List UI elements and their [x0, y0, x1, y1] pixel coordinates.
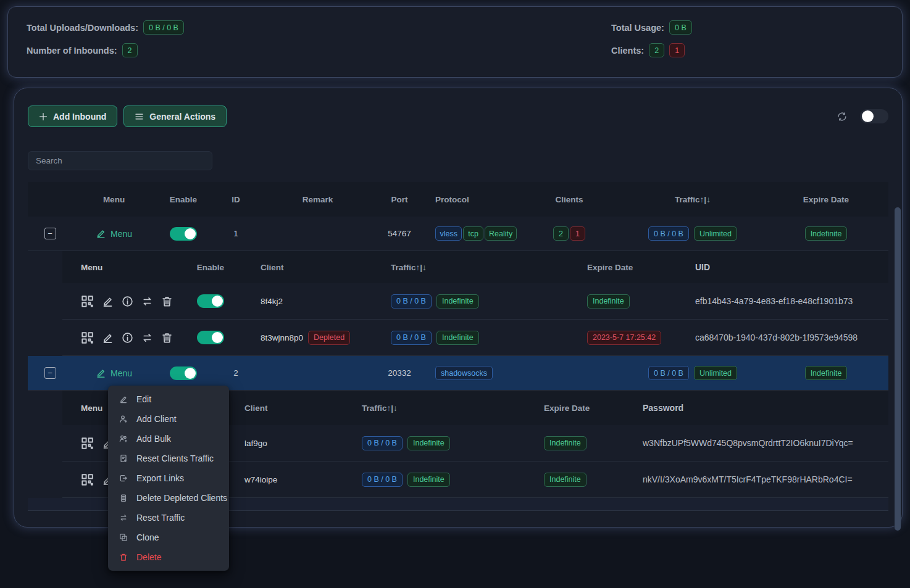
stats-panel: Total Uploads/Downloads: 0 B / 0 B Numbe…	[7, 6, 903, 78]
menu-item-delete[interactable]: Delete	[108, 547, 229, 567]
clients-active-count: 2	[649, 43, 664, 57]
sub-header-password: Password	[637, 403, 888, 413]
clients-active-badge: 2	[553, 226, 569, 241]
theme-toggle-knob	[862, 110, 874, 122]
theme-toggle[interactable]	[860, 109, 888, 123]
clients-depleted-count: 1	[669, 43, 685, 57]
inbound-id: 2	[211, 368, 261, 378]
collapse-row-button[interactable]: −	[44, 367, 56, 379]
menu-item-clone[interactable]: Clone	[108, 528, 229, 547]
inbound-enable-toggle[interactable]	[170, 227, 197, 241]
header-expire-date[interactable]: Expire Date	[764, 195, 888, 204]
inbound-menu-label: Menu	[111, 368, 132, 378]
hamburger-icon	[135, 112, 144, 121]
menu-item-label: Add Client	[136, 414, 177, 424]
client-name: w74ioipe	[244, 475, 277, 484]
edit-client-icon[interactable]	[102, 332, 114, 344]
plus-icon	[39, 112, 48, 121]
client-password: w3NfbzUPf5WWd745Q8pvsmQrdrttT2IO6knuI7Di…	[637, 438, 888, 448]
reset-client-traffic-icon[interactable]	[141, 332, 153, 344]
protocol-badge: shadowsocks	[435, 366, 493, 380]
header-protocol: Protocol	[424, 195, 517, 204]
inbound-context-menu: Edit Add Client Add Bulk Reset Clients T…	[108, 386, 229, 571]
sub-header-expire[interactable]: Expire Date	[532, 404, 637, 413]
sub-header-traffic[interactable]: Traffic↑|↓	[353, 404, 532, 413]
menu-item-reset-clients-traffic[interactable]: Reset Clients Traffic	[108, 449, 229, 468]
delete-client-icon[interactable]	[161, 332, 173, 344]
scrollbar-thumb[interactable]	[895, 207, 901, 531]
clients-depleted-badge: 1	[570, 226, 585, 241]
edit-client-icon[interactable]	[102, 296, 114, 307]
qr-code-icon[interactable]	[81, 295, 94, 308]
edit-icon	[119, 395, 128, 404]
search-input[interactable]	[28, 151, 212, 170]
menu-item-reset-traffic[interactable]: Reset Traffic	[108, 508, 229, 528]
security-badge: Reality	[485, 226, 517, 241]
qr-code-icon[interactable]	[81, 473, 94, 486]
total-uploads-downloads-label: Total Uploads/Downloads:	[27, 23, 138, 33]
menu-item-delete-depleted-clients[interactable]: Delete Depleted Clients	[108, 488, 229, 508]
delete-client-icon[interactable]	[161, 296, 173, 307]
menu-item-add-client[interactable]: Add Client	[108, 409, 229, 429]
expire-badge: Indefinite	[805, 366, 848, 380]
menu-item-label: Add Bulk	[136, 434, 171, 444]
inbound-row-1[interactable]: − Menu 1 54767 vless tcp Reality 2 1 0	[28, 217, 888, 251]
client-name: laf9go	[244, 439, 267, 448]
stat-total-usage: Total Usage: 0 B	[611, 20, 883, 35]
sub-header-traffic[interactable]: Traffic↑|↓	[359, 263, 550, 272]
inbound-menu-button[interactable]: Menu	[96, 368, 132, 378]
menu-item-label: Edit	[136, 394, 151, 404]
toggle-knob	[212, 332, 223, 343]
collapse-row-button[interactable]: −	[44, 228, 56, 239]
inbound-port: 20332	[375, 368, 424, 378]
general-actions-button[interactable]: General Actions	[123, 106, 227, 127]
toggle-knob	[212, 296, 223, 307]
menu-item-add-bulk[interactable]: Add Bulk	[108, 429, 229, 449]
header-clients[interactable]: Clients	[517, 195, 622, 204]
header-menu: Menu	[72, 195, 156, 204]
menu-item-edit[interactable]: Edit	[108, 389, 229, 409]
client-enable-toggle[interactable]	[197, 331, 224, 344]
stat-total-uploads-downloads: Total Uploads/Downloads: 0 B / 0 B	[27, 20, 455, 35]
menu-item-label: Clone	[136, 532, 159, 542]
menu-item-label: Delete Depleted Clients	[136, 493, 227, 503]
stat-number-of-inbounds: Number of Inbounds: 2	[27, 43, 455, 57]
header-traffic-sort[interactable]: Traffic↑|↓	[622, 195, 764, 204]
refresh-icon[interactable]	[837, 111, 848, 122]
network-badge: tcp	[463, 226, 483, 241]
toolbar: Add Inbound General Actions	[28, 106, 888, 127]
reset-client-traffic-icon[interactable]	[141, 296, 153, 307]
menu-item-label: Reset Traffic	[136, 513, 185, 523]
client-traffic-badge: 0 B / 0 B	[391, 331, 432, 345]
inbounds-table-header: Menu Enable ID Remark Port Protocol Clie…	[28, 182, 888, 217]
client-traffic-total-badge: Indefinite	[407, 473, 450, 487]
info-icon[interactable]	[122, 332, 133, 344]
qr-code-icon[interactable]	[81, 331, 94, 344]
stats-right-column: Total Usage: 0 B Clients: 2 1	[455, 20, 883, 64]
client-traffic-total-badge: Indefinite	[436, 294, 479, 308]
client-traffic-badge: 0 B / 0 B	[362, 436, 403, 450]
expire-badge: Indefinite	[805, 226, 848, 241]
menu-item-export-links[interactable]: Export Links	[108, 468, 229, 488]
number-of-inbounds-label: Number of Inbounds:	[27, 46, 117, 56]
inbound-port: 54767	[375, 229, 424, 238]
sub-header-expire[interactable]: Expire Date	[550, 263, 686, 272]
inbound-enable-toggle[interactable]	[170, 366, 197, 380]
reset-traffic-icon	[119, 513, 128, 522]
client-traffic-total-badge: Indefinite	[407, 436, 450, 450]
menu-item-label: Export Links	[136, 473, 184, 483]
depleted-badge: Depleted	[308, 331, 350, 345]
header-enable: Enable	[156, 195, 211, 204]
stats-left-column: Total Uploads/Downloads: 0 B / 0 B Numbe…	[27, 20, 455, 64]
protocol-badge: vless	[435, 226, 462, 241]
qr-code-icon[interactable]	[81, 437, 94, 450]
inbound-menu-button[interactable]: Menu	[96, 228, 132, 239]
edit-pencil-icon	[96, 228, 106, 239]
general-actions-label: General Actions	[149, 112, 215, 122]
info-icon[interactable]	[122, 296, 133, 307]
add-inbound-button[interactable]: Add Inbound	[28, 106, 117, 127]
client-name: 8t3wjnn8p0	[261, 333, 303, 342]
client-row: 8t3wjnn8p0 Depleted 0 B / 0 B Indefinite…	[62, 320, 888, 356]
header-id: ID	[211, 195, 261, 204]
client-enable-toggle[interactable]	[197, 294, 224, 308]
